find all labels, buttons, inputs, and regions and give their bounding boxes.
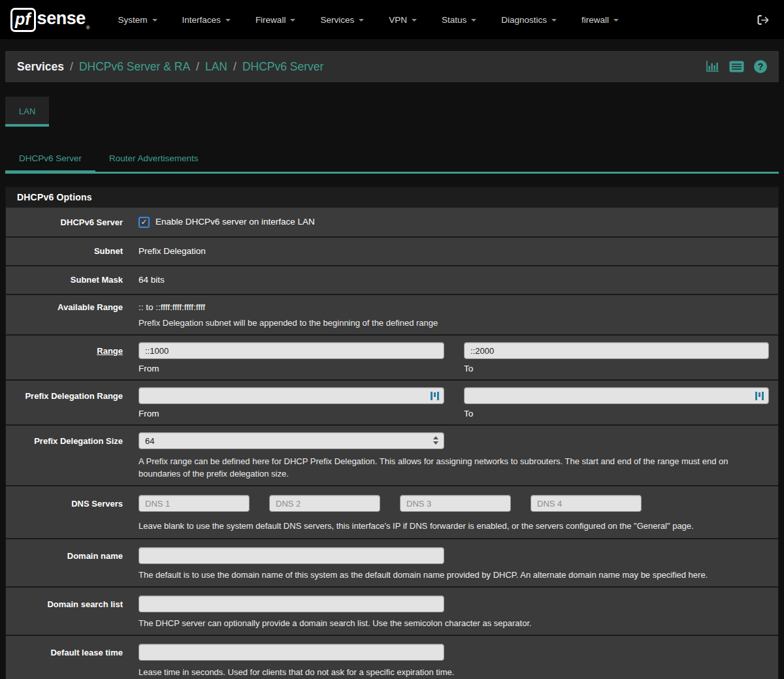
enable-dhcpv6-checkbox[interactable]: ✓: [139, 217, 150, 228]
breadcrumb-link-dhcpv6-server[interactable]: DHCPv6 Server: [242, 60, 323, 74]
autofill-icon: [431, 391, 439, 400]
top-navbar: pf sense ® System Interfaces Firewall Se…: [0, 0, 784, 39]
pfsense-logo-text: sense: [37, 8, 86, 29]
available-range-help: Prefix Delegation subnet will be appende…: [139, 317, 769, 329]
nav-item-firewall[interactable]: Firewall: [243, 8, 308, 31]
nav-item-status[interactable]: Status: [429, 8, 489, 31]
sign-out-icon: [757, 14, 770, 25]
field-label: Domain name: [6, 547, 139, 581]
pfsense-logo-pf: pf: [10, 8, 36, 32]
form-row-domain-name: Domain name The default is to use the do…: [6, 538, 778, 586]
dns2-input[interactable]: [269, 495, 380, 512]
tab-lan[interactable]: LAN: [5, 97, 49, 127]
domain-search-input[interactable]: [139, 595, 444, 612]
dns-help: Leave blank to use the system default DN…: [139, 520, 769, 532]
field-label: Subnet Mask: [6, 274, 139, 287]
pfsense-logo[interactable]: pf sense ®: [10, 8, 90, 32]
field-label: Range: [6, 342, 139, 375]
input-caption-from: From: [139, 407, 444, 420]
range-to-input[interactable]: [464, 342, 769, 359]
sub-tab-bar: DHCPv6 Server Router Advertisements: [5, 145, 779, 174]
chevron-down-icon: [551, 19, 557, 22]
breadcrumb-bar: Services / DHCPv6 Server & RA / LAN / DH…: [5, 51, 779, 82]
tab-dhcpv6-server[interactable]: DHCPv6 Server: [5, 145, 95, 174]
field-label: Prefix Delegation Range: [6, 387, 139, 420]
autofill-icon: [755, 391, 764, 400]
pd-range-to-input[interactable]: [464, 387, 769, 404]
input-caption-to: To: [464, 407, 769, 420]
nav-item-hostname[interactable]: firewall: [569, 8, 631, 31]
breadcrumb-link-dhcpv6-server-ra[interactable]: DHCPv6 Server & RA: [79, 60, 190, 74]
range-from-input[interactable]: [139, 342, 444, 359]
dhcpv6-options-panel: DHCPv6 Options DHCPv6 Server ✓ Enable DH…: [5, 187, 779, 679]
form-row-default-lease-time: Default lease time Lease time in seconds…: [6, 635, 778, 679]
tab-router-advertisements[interactable]: Router Advertisements: [95, 145, 212, 172]
form-row-subnet-mask: Subnet Mask 64 bits: [6, 265, 778, 294]
lease-time-input[interactable]: [139, 644, 444, 661]
field-label: Default lease time: [6, 644, 139, 679]
chevron-down-icon: [471, 19, 476, 22]
field-label: Domain search list: [6, 595, 139, 629]
domain-name-input[interactable]: [139, 547, 444, 564]
list-icon: [729, 61, 744, 72]
dns3-input[interactable]: [400, 495, 511, 512]
check-icon: ✓: [140, 218, 147, 226]
nav-item-system[interactable]: System: [106, 8, 170, 31]
field-label: DHCPv6 Server: [6, 216, 139, 229]
breadcrumb-actions: ?: [705, 60, 767, 73]
form-row-range: Range From To: [6, 334, 778, 379]
chevron-down-icon: [152, 19, 157, 22]
chevron-down-icon: [359, 19, 364, 22]
status-graph-button[interactable]: [705, 60, 719, 73]
breadcrumb-section: Services: [17, 60, 64, 74]
form-row-domain-search-list: Domain search list The DHCP server can o…: [6, 586, 778, 635]
field-label: Available Range: [6, 301, 139, 329]
field-label: Prefix Delegation Size: [6, 432, 139, 480]
chevron-down-icon: [613, 19, 619, 22]
lease-time-help-1: Lease time in seconds. Used for clients …: [139, 666, 769, 678]
form-row-subnet: Subnet Prefix Delegation: [6, 236, 778, 265]
field-label: DNS Servers: [6, 495, 139, 532]
input-caption-to: To: [464, 362, 769, 375]
breadcrumb: Services / DHCPv6 Server & RA / LAN / DH…: [17, 60, 323, 74]
available-range-value: :: to ::ffff:ffff:ffff:ffff: [139, 301, 769, 314]
domain-search-help: The DHCP server can optionally provide a…: [139, 617, 769, 629]
nav-item-diagnostics[interactable]: Diagnostics: [489, 8, 569, 31]
form-row-available-range: Available Range :: to ::ffff:ffff:ffff:f…: [6, 294, 778, 334]
panel-title: DHCPv6 Options: [6, 187, 778, 208]
dns4-input[interactable]: [531, 495, 642, 512]
dns1-input[interactable]: [139, 495, 250, 512]
question-mark-icon: ?: [758, 61, 764, 72]
registered-mark: ®: [86, 25, 90, 31]
chevron-down-icon: [290, 19, 295, 22]
breadcrumb-link-lan[interactable]: LAN: [205, 60, 227, 74]
chevron-down-icon: [225, 19, 231, 22]
help-button[interactable]: ?: [754, 60, 767, 73]
form-row-prefix-delegation-size: Prefix Delegation Size 64 A Prefix range…: [6, 424, 778, 485]
pd-size-select[interactable]: 64: [139, 432, 444, 449]
form-row-dhcpv6-server: DHCPv6 Server ✓ Enable DHCPv6 server on …: [6, 208, 778, 236]
nav-item-vpn[interactable]: VPN: [376, 8, 429, 31]
form-row-prefix-delegation-range: Prefix Delegation Range From To: [6, 379, 778, 424]
form-row-dns-servers: DNS Servers Leave blank to use the syste…: [6, 485, 778, 538]
subnet-value: Prefix Delegation: [139, 245, 778, 258]
bar-chart-icon: [705, 60, 719, 73]
nav-item-interfaces[interactable]: Interfaces: [170, 8, 243, 31]
enable-dhcpv6-label: Enable DHCPv6 server on interface LAN: [155, 215, 315, 229]
chevron-down-icon: [412, 19, 417, 22]
main-menu: System Interfaces Firewall Services VPN …: [106, 8, 631, 31]
pd-size-help: A Prefix range can be defined here for D…: [139, 455, 769, 480]
domain-name-help: The default is to use the domain name of…: [139, 569, 769, 581]
pd-range-from-input[interactable]: [139, 387, 444, 404]
subnet-mask-value: 64 bits: [139, 274, 778, 287]
sign-out-button[interactable]: [753, 10, 774, 29]
nav-item-services[interactable]: Services: [308, 8, 376, 31]
input-caption-from: From: [139, 362, 444, 375]
log-entries-button[interactable]: [729, 61, 744, 72]
field-label: Subnet: [6, 245, 139, 258]
